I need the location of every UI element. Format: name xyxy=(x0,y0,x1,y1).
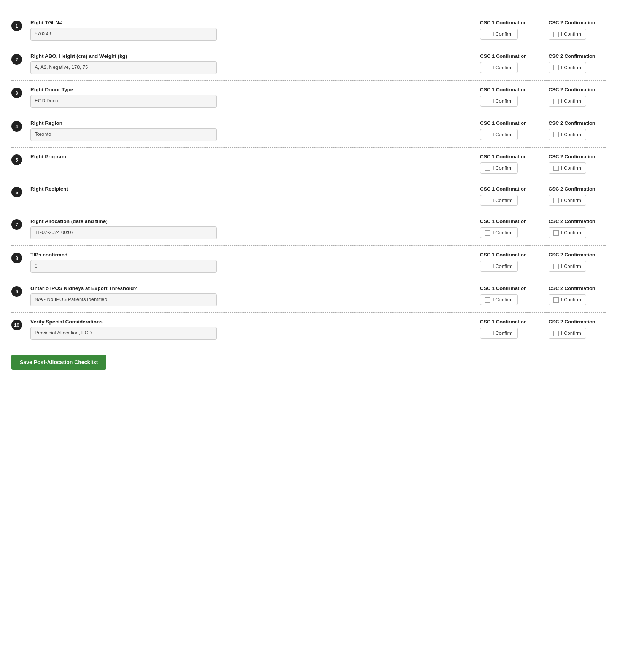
csc2-header-item-3: CSC 2 Confirmation xyxy=(549,87,595,92)
csc2-confirm-button-item-9[interactable]: I Confirm xyxy=(549,294,586,305)
item-label-6: Right Recipient xyxy=(30,186,471,192)
csc1-col-item-4: CSC 1 ConfirmationI Confirm xyxy=(480,120,537,140)
csc1-checkbox-item-7 xyxy=(485,230,490,236)
csc2-confirm-label-item-1: I Confirm xyxy=(561,31,581,37)
csc2-confirm-button-item-6[interactable]: I Confirm xyxy=(549,195,586,206)
item-number-5: 5 xyxy=(11,154,22,165)
csc1-confirm-button-item-2[interactable]: I Confirm xyxy=(480,62,518,73)
item-label-1: Right TGLN# xyxy=(30,20,471,25)
csc1-header-item-10: CSC 1 Confirmation xyxy=(480,319,527,325)
csc1-header-item-8: CSC 1 Confirmation xyxy=(480,252,527,258)
item-number-7: 7 xyxy=(11,219,22,230)
csc1-confirm-label-item-8: I Confirm xyxy=(493,263,513,269)
csc2-checkbox-item-3 xyxy=(553,99,559,104)
csc1-header-item-7: CSC 1 Confirmation xyxy=(480,218,527,224)
csc2-checkbox-item-7 xyxy=(553,230,559,236)
csc1-confirm-button-item-5[interactable]: I Confirm xyxy=(480,162,518,174)
csc2-header-item-10: CSC 2 Confirmation xyxy=(549,319,595,325)
csc2-header-item-8: CSC 2 Confirmation xyxy=(549,252,595,258)
csc2-confirm-button-item-4[interactable]: I Confirm xyxy=(549,129,586,140)
csc2-col-item-2: CSC 2 ConfirmationI Confirm xyxy=(549,53,606,73)
csc2-col-item-10: CSC 2 ConfirmationI Confirm xyxy=(549,319,606,339)
csc1-checkbox-item-3 xyxy=(485,99,490,104)
item-number-10: 10 xyxy=(11,320,22,330)
csc1-confirm-button-item-4[interactable]: I Confirm xyxy=(480,129,518,140)
checklist-container: 1Right TGLN#576249CSC 1 ConfirmationI Co… xyxy=(11,14,606,346)
csc2-confirm-button-item-2[interactable]: I Confirm xyxy=(549,62,586,73)
csc2-col-item-4: CSC 2 ConfirmationI Confirm xyxy=(549,120,606,140)
csc1-col-item-6: CSC 1 ConfirmationI Confirm xyxy=(480,186,537,206)
item-label-7: Right Allocation (date and time) xyxy=(30,218,471,224)
csc1-col-item-2: CSC 1 ConfirmationI Confirm xyxy=(480,53,537,73)
csc1-confirm-button-item-6[interactable]: I Confirm xyxy=(480,195,518,206)
item-label-10: Verify Special Considerations xyxy=(30,319,471,325)
csc1-confirm-label-item-4: I Confirm xyxy=(493,132,513,137)
csc2-col-item-5: CSC 2 ConfirmationI Confirm xyxy=(549,154,606,174)
csc2-col-item-6: CSC 2 ConfirmationI Confirm xyxy=(549,186,606,206)
csc2-confirm-button-item-1[interactable]: I Confirm xyxy=(549,29,586,40)
csc2-confirm-button-item-7[interactable]: I Confirm xyxy=(549,227,586,238)
csc1-confirm-label-item-5: I Confirm xyxy=(493,165,513,171)
save-button[interactable]: Save Post-Allocation Checklist xyxy=(11,355,106,370)
csc1-confirm-button-item-1[interactable]: I Confirm xyxy=(480,29,518,40)
csc1-header-item-9: CSC 1 Confirmation xyxy=(480,285,527,291)
csc1-checkbox-item-10 xyxy=(485,331,490,336)
item-value-10: Provincial Allocation, ECD xyxy=(30,327,217,340)
csc1-confirm-label-item-10: I Confirm xyxy=(493,330,513,336)
csc1-confirm-button-item-10[interactable]: I Confirm xyxy=(480,328,518,339)
item-label-9: Ontario IPOS Kidneys at Export Threshold… xyxy=(30,285,471,291)
csc1-checkbox-item-2 xyxy=(485,65,490,70)
item-number-3: 3 xyxy=(11,88,22,98)
csc1-confirm-label-item-7: I Confirm xyxy=(493,230,513,236)
item-value-7: 11-07-2024 00:07 xyxy=(30,226,217,239)
item-number-4: 4 xyxy=(11,121,22,132)
csc2-confirm-label-item-2: I Confirm xyxy=(561,65,581,70)
csc2-confirm-label-item-6: I Confirm xyxy=(561,197,581,203)
csc1-confirm-button-item-9[interactable]: I Confirm xyxy=(480,294,518,305)
csc1-confirm-button-item-3[interactable]: I Confirm xyxy=(480,96,518,107)
csc1-confirm-button-item-7[interactable]: I Confirm xyxy=(480,227,518,238)
csc1-col-item-10: CSC 1 ConfirmationI Confirm xyxy=(480,319,537,339)
csc1-header-item-5: CSC 1 Confirmation xyxy=(480,154,527,159)
item-label-3: Right Donor Type xyxy=(30,87,471,92)
item-number-8: 8 xyxy=(11,253,22,263)
item-value-1: 576249 xyxy=(30,28,217,41)
checklist-item-2: 2Right ABO, Height (cm) and Weight (kg)A… xyxy=(11,47,606,81)
csc1-confirm-label-item-1: I Confirm xyxy=(493,31,513,37)
item-label-2: Right ABO, Height (cm) and Weight (kg) xyxy=(30,53,471,59)
item-label-5: Right Program xyxy=(30,154,471,159)
item-value-3: ECD Donor xyxy=(30,95,217,108)
csc2-confirm-label-item-5: I Confirm xyxy=(561,165,581,171)
csc2-confirm-label-item-8: I Confirm xyxy=(561,263,581,269)
item-number-1: 1 xyxy=(11,21,22,31)
checklist-item-8: 8TIPs confirmed0CSC 1 ConfirmationI Conf… xyxy=(11,246,606,279)
csc1-checkbox-item-1 xyxy=(485,32,490,37)
csc2-confirm-button-item-10[interactable]: I Confirm xyxy=(549,328,586,339)
csc2-confirm-label-item-10: I Confirm xyxy=(561,330,581,336)
csc1-header-item-3: CSC 1 Confirmation xyxy=(480,87,527,92)
csc2-checkbox-item-1 xyxy=(553,32,559,37)
csc2-col-item-1: CSC 2 ConfirmationI Confirm xyxy=(549,20,606,40)
checklist-item-7: 7Right Allocation (date and time)11-07-2… xyxy=(11,212,606,246)
checklist-item-1: 1Right TGLN#576249CSC 1 ConfirmationI Co… xyxy=(11,14,606,47)
csc2-confirm-button-item-3[interactable]: I Confirm xyxy=(549,96,586,107)
csc2-checkbox-item-8 xyxy=(553,264,559,269)
item-label-4: Right Region xyxy=(30,120,471,126)
csc2-confirm-label-item-7: I Confirm xyxy=(561,230,581,236)
csc2-col-item-9: CSC 2 ConfirmationI Confirm xyxy=(549,285,606,305)
csc2-confirm-button-item-5[interactable]: I Confirm xyxy=(549,162,586,174)
csc2-confirm-button-item-8[interactable]: I Confirm xyxy=(549,261,586,272)
item-number-6: 6 xyxy=(11,187,22,197)
csc1-confirm-label-item-6: I Confirm xyxy=(493,197,513,203)
csc2-confirm-label-item-4: I Confirm xyxy=(561,132,581,137)
csc2-header-item-5: CSC 2 Confirmation xyxy=(549,154,595,159)
checklist-item-4: 4Right RegionTorontoCSC 1 ConfirmationI … xyxy=(11,114,606,148)
checklist-item-5: 5Right ProgramCSC 1 ConfirmationI Confir… xyxy=(11,148,606,180)
checklist-item-6: 6Right RecipientCSC 1 ConfirmationI Conf… xyxy=(11,180,606,212)
csc1-confirm-button-item-8[interactable]: I Confirm xyxy=(480,261,518,272)
csc1-checkbox-item-9 xyxy=(485,297,490,303)
csc2-confirm-label-item-3: I Confirm xyxy=(561,98,581,104)
csc1-checkbox-item-4 xyxy=(485,132,490,137)
csc2-checkbox-item-4 xyxy=(553,132,559,137)
csc2-col-item-3: CSC 2 ConfirmationI Confirm xyxy=(549,87,606,107)
